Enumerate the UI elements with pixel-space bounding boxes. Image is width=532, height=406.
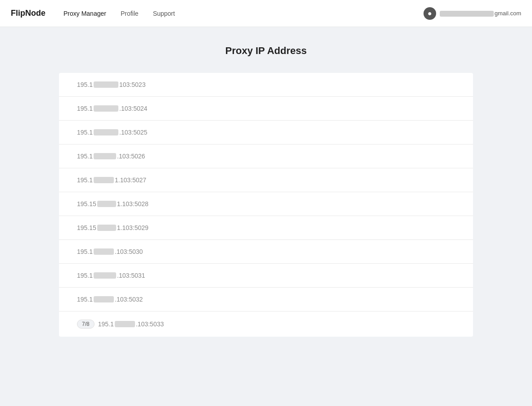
ip-blur-segment [94, 177, 114, 183]
ip-suffix: 1.103:5029 [117, 224, 149, 231]
ip-suffix: 1.103:5028 [117, 200, 149, 208]
ip-prefix: 195.15 [77, 200, 96, 208]
nav-link-support[interactable]: Support [153, 10, 175, 17]
ip-list-item: 7/8195.1.103:5033 [59, 311, 473, 337]
ip-prefix: 195.15 [77, 224, 96, 231]
ip-blur-segment [94, 296, 114, 302]
ip-list-item: 195.151.103:5029 [59, 216, 473, 240]
ip-list-item: 195.1.103:5026 [59, 144, 473, 168]
ip-blur-segment [94, 272, 116, 279]
ip-prefix: 195.1 [98, 320, 114, 328]
ip-list-item: 195.1.103:5031 [59, 264, 473, 288]
pagination-badge: 7/8 [77, 320, 95, 329]
ip-blur-segment [94, 105, 118, 112]
ip-suffix: 1.103:5027 [115, 176, 146, 184]
ip-blur-segment [97, 225, 116, 231]
ip-address-list: 195.1103:5023195.1.103:5024195.1.103:502… [59, 73, 473, 337]
header: FlipNode Proxy Manager Profile Support ●… [0, 0, 532, 27]
main-nav: Proxy Manager Profile Support [63, 10, 424, 17]
ip-suffix: .103:5026 [117, 153, 145, 160]
main-content: Proxy IP Address 195.1103:5023195.1.103:… [50, 27, 482, 355]
ip-suffix: .103:5032 [115, 296, 143, 303]
ip-blur-segment [94, 81, 118, 88]
ip-prefix: 195.1 [77, 272, 93, 279]
user-info: ● gmail.com [424, 7, 521, 20]
ip-list-item: 195.1.103:5024 [59, 97, 473, 121]
ip-prefix: 195.1 [77, 153, 93, 160]
ip-list-item: 195.1103:5023 [59, 73, 473, 97]
ip-suffix: 103:5023 [119, 81, 145, 88]
ip-prefix: 195.1 [77, 105, 93, 112]
ip-prefix: 195.1 [77, 296, 93, 303]
ip-prefix: 195.1 [77, 81, 93, 88]
ip-suffix: .103:5025 [119, 129, 147, 136]
email-blur [440, 11, 494, 17]
user-email: gmail.com [440, 10, 521, 17]
ip-blur-segment [94, 248, 114, 255]
ip-list-item: 195.1.103:5025 [59, 121, 473, 144]
ip-suffix: .103:5030 [115, 248, 143, 255]
page-title: Proxy IP Address [59, 45, 473, 57]
brand-logo[interactable]: FlipNode [11, 9, 45, 18]
ip-list-item: 195.11.103:5027 [59, 168, 473, 192]
ip-prefix: 195.1 [77, 248, 93, 255]
ip-blur-segment [94, 129, 118, 135]
ip-blur-segment [97, 201, 116, 207]
ip-list-item: 195.1.103:5030 [59, 240, 473, 264]
ip-list-item: 195.1.103:5032 [59, 288, 473, 311]
ip-list-item: 195.151.103:5028 [59, 192, 473, 216]
user-avatar-icon: ● [424, 7, 436, 20]
ip-suffix: .103:5024 [119, 105, 147, 112]
nav-link-proxy-manager[interactable]: Proxy Manager [63, 10, 106, 17]
ip-prefix: 195.1 [77, 129, 93, 136]
ip-blur-segment [115, 321, 135, 327]
ip-blur-segment [94, 153, 116, 159]
nav-link-profile[interactable]: Profile [121, 10, 139, 17]
ip-suffix: .103:5031 [117, 272, 145, 279]
ip-suffix: .103:5033 [136, 320, 164, 328]
ip-prefix: 195.1 [77, 176, 93, 184]
